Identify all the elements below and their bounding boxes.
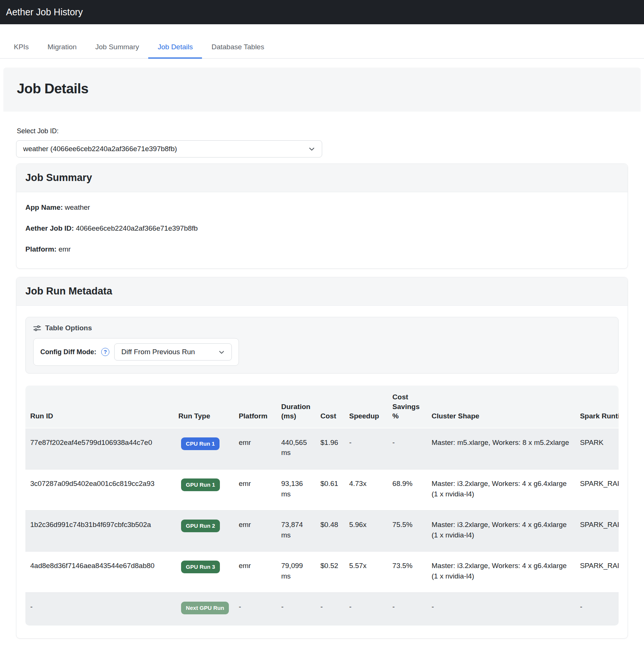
table-row: 1b2c36d991c74b31b4f697cbfc3b502aGPU Run … — [25, 511, 619, 552]
cell-speedup: 4.73x — [344, 470, 388, 511]
cell-runtime: - — [575, 593, 619, 626]
cell-savings: 75.5% — [388, 511, 427, 552]
table-row: 4ad8e8d36f7146aea843544e67d8ab80GPU Run … — [25, 552, 619, 593]
cell-speedup: - — [344, 593, 388, 626]
tab-migration[interactable]: Migration — [38, 38, 86, 59]
table-row: 77e87f202eaf4e5799d106938a44c7e0CPU Run … — [25, 428, 619, 470]
cell-runtime: SPARK — [575, 428, 619, 470]
cell-run-type: CPU Run 1 — [174, 428, 234, 470]
cell-run-id: 77e87f202eaf4e5799d106938a44c7e0 — [25, 428, 174, 470]
column-header-dur: Duration (ms) — [276, 386, 315, 428]
config-diff-box: Config Diff Mode: ? Diff From Previous R… — [33, 338, 239, 366]
column-header-speed: Speedup — [344, 386, 388, 428]
summary-field: Aether Job ID: 4066ee6ceb2240a2af366e71e… — [25, 224, 619, 233]
page-title: Job Details — [3, 68, 641, 112]
cell-runtime: SPARK_RAPIDS — [575, 511, 619, 552]
summary-field: App Name: weather — [25, 203, 619, 212]
cell-cost: $0.48 — [315, 511, 344, 552]
job-run-metadata-title: Job Run Metadata — [16, 277, 628, 306]
config-diff-label: Config Diff Mode: — [40, 348, 96, 356]
cell-platform: emr — [234, 552, 276, 593]
cell-savings: - — [388, 428, 427, 470]
page-content: Select Job ID: weather (4066ee6ceb2240a2… — [3, 112, 641, 644]
table-options-panel: Table Options Config Diff Mode: ? Diff F… — [25, 317, 619, 374]
config-diff-dropdown[interactable]: Diff From Previous Run — [114, 343, 232, 361]
summary-field: Platform: emr — [25, 245, 619, 253]
tab-job-summary[interactable]: Job Summary — [86, 38, 148, 59]
column-header-rt: Spark Runtime — [575, 386, 619, 428]
cell-duration: 440,565 ms — [276, 428, 315, 470]
cell-cluster: Master: m5.xlarge, Workers: 8 x m5.2xlar… — [427, 428, 575, 470]
cell-runtime: SPARK_RAPIDS — [575, 470, 619, 511]
table-row: -Next GPU Run------- — [25, 593, 619, 626]
cell-duration: - — [276, 593, 315, 626]
sliders-icon — [33, 324, 41, 332]
cell-cluster: Master: i3.2xlarge, Workers: 4 x g6.4xla… — [427, 552, 575, 593]
run-table: Run IDRun TypePlatformDuration (ms)CostS… — [25, 386, 619, 626]
job-select-dropdown[interactable]: weather (4066ee6ceb2240a2af366e71e397b8f… — [16, 140, 322, 158]
cell-savings: - — [388, 593, 427, 626]
tab-database-tables[interactable]: Database Tables — [202, 38, 273, 59]
job-summary-card: Job Summary App Name: weatherAether Job … — [16, 163, 628, 269]
job-select-label: Select Job ID: — [17, 127, 628, 135]
run-type-badge: GPU Run 1 — [181, 478, 220, 491]
cell-cluster: - — [427, 593, 575, 626]
tab-job-details[interactable]: Job Details — [148, 38, 202, 59]
cell-platform: emr — [234, 428, 276, 470]
cell-runtime: SPARK_RAPIDS — [575, 552, 619, 593]
cell-run-id: - — [25, 593, 174, 626]
cell-cost: $0.52 — [315, 552, 344, 593]
cell-duration: 73,874 ms — [276, 511, 315, 552]
cell-duration: 93,136 ms — [276, 470, 315, 511]
help-icon[interactable]: ? — [101, 348, 109, 356]
cell-savings: 73.5% — [388, 552, 427, 593]
run-type-badge: GPU Run 3 — [181, 561, 220, 573]
cell-run-id: 4ad8e8d36f7146aea843544e67d8ab80 — [25, 552, 174, 593]
summary-field-label: Platform: — [25, 245, 56, 253]
table-options-title: Table Options — [45, 324, 92, 332]
cell-cost: - — [315, 593, 344, 626]
chevron-down-icon — [218, 349, 225, 355]
cell-cost: $0.61 — [315, 470, 344, 511]
job-select-value: weather (4066ee6ceb2240a2af366e71e397b8f… — [23, 145, 177, 153]
cell-cluster: Master: i3.2xlarge, Workers: 4 x g6.4xla… — [427, 470, 575, 511]
cell-run-type: GPU Run 2 — [174, 511, 234, 552]
table-row: 3c07287a09d5402ea001c6c819cc2a93GPU Run … — [25, 470, 619, 511]
summary-field-label: Aether Job ID: — [25, 224, 74, 232]
column-header-sav: Cost Savings % — [388, 386, 427, 428]
job-run-metadata-body: Table Options Config Diff Mode: ? Diff F… — [16, 306, 628, 638]
job-summary-body: App Name: weatherAether Job ID: 4066ee6c… — [16, 192, 628, 268]
column-header-clus: Cluster Shape — [427, 386, 575, 428]
job-run-metadata-card: Job Run Metadata Table Options Config Di… — [16, 277, 628, 639]
cell-duration: 79,099 ms — [276, 552, 315, 593]
run-type-badge: Next GPU Run — [181, 602, 229, 614]
column-header-plat: Platform — [234, 386, 276, 428]
cell-run-type: GPU Run 3 — [174, 552, 234, 593]
cell-cluster: Master: i3.2xlarge, Workers: 4 x g6.4xla… — [427, 511, 575, 552]
tab-bar: KPIsMigrationJob SummaryJob DetailsDatab… — [0, 24, 644, 59]
config-diff-value: Diff From Previous Run — [121, 348, 195, 356]
job-summary-title: Job Summary — [16, 164, 628, 192]
page-heading: Job Details — [3, 68, 641, 112]
column-header-runid: Run ID — [25, 386, 174, 428]
cell-speedup: 5.96x — [344, 511, 388, 552]
tab-kpis[interactable]: KPIs — [4, 38, 38, 59]
cell-run-id: 1b2c36d991c74b31b4f697cbfc3b502a — [25, 511, 174, 552]
cell-speedup: 5.57x — [344, 552, 388, 593]
cell-run-type: Next GPU Run — [174, 593, 234, 626]
cell-speedup: - — [344, 428, 388, 470]
cell-run-id: 3c07287a09d5402ea001c6c819cc2a93 — [25, 470, 174, 511]
run-type-badge: GPU Run 2 — [181, 520, 220, 532]
cell-savings: 68.9% — [388, 470, 427, 511]
run-table-container[interactable]: Run IDRun TypePlatformDuration (ms)CostS… — [25, 386, 619, 626]
main-panel: Job Details Select Job ID: weather (4066… — [3, 68, 641, 644]
run-type-badge: CPU Run 1 — [181, 437, 220, 450]
column-header-badge: Run Type — [174, 386, 234, 428]
column-header-cost: Cost — [315, 386, 344, 428]
cell-platform: emr — [234, 511, 276, 552]
chevron-down-icon — [308, 146, 315, 152]
summary-field-label: App Name: — [25, 203, 63, 211]
run-table-body: 77e87f202eaf4e5799d106938a44c7e0CPU Run … — [25, 428, 619, 626]
cell-platform: emr — [234, 470, 276, 511]
app-header: Aether Job History — [0, 0, 644, 24]
